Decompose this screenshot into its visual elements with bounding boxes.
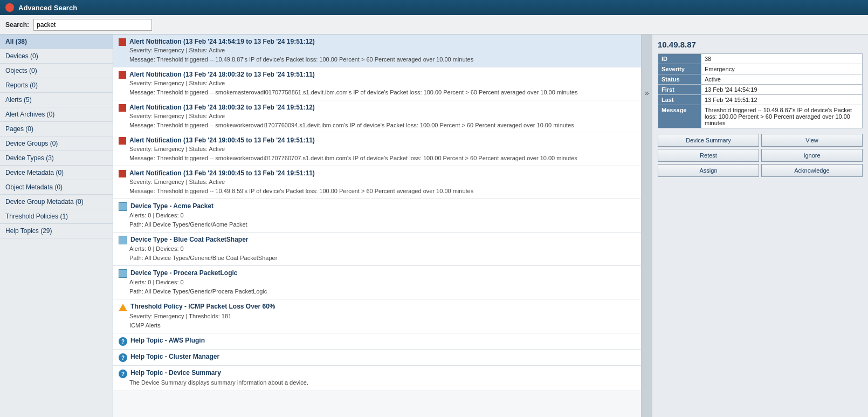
detail-table-row: Message Threshold triggered -- 10.49.8.8… [658,105,863,128]
detail-key: First [658,85,701,95]
detail-key: Last [658,95,701,105]
alert-icon [119,170,126,177]
result-item-header: ? Help Topic - AWS Plugin [119,337,636,346]
detail-key: ID [658,54,701,64]
result-item-header: Device Type - Acme Packet [119,202,636,211]
result-title: Help Topic - AWS Plugin [130,337,205,344]
help-icon: ? [119,370,127,378]
result-item[interactable]: Alert Notification (13 Feb '24 18:00:32 … [113,67,641,100]
threshold-icon [119,303,127,312]
sidebar-item-help-topics[interactable]: Help Topics (29) [0,224,113,238]
result-item-header: Alert Notification (13 Feb '24 19:00:45 … [119,169,636,177]
detail-btn-device-summary[interactable]: Device Summary [658,134,759,147]
result-sub1: Alerts: 0 | Devices: 0 [119,278,636,287]
search-bar: Search: [0,15,868,35]
detail-table-row: Severity Emergency [658,64,863,74]
detail-title: 10.49.8.87 [658,40,863,49]
result-item[interactable]: Device Type - Blue Coat PacketShaper Ale… [113,233,641,266]
result-item[interactable]: ? Help Topic - AWS Plugin [113,333,641,350]
result-item[interactable]: Device Type - Acme Packet Alerts: 0 | De… [113,199,641,233]
sidebar-item-device-types[interactable]: Device Types (3) [0,151,113,166]
sidebar-item-alert-archives[interactable]: Alert Archives (0) [0,107,113,122]
detail-btn-ignore[interactable]: Ignore [761,149,863,162]
detail-value: Threshold triggered -- 10.49.8.87's IP o… [701,105,863,128]
detail-table: ID 38 Severity Emergency Status Active F… [658,53,863,128]
result-item[interactable]: Alert Notification (13 Feb '24 19:00:45 … [113,133,641,166]
sidebar-item-alerts[interactable]: Alerts (5) [0,93,113,107]
sidebar-item-objects[interactable]: Objects (0) [0,64,113,78]
result-item-header: Threshold Policy - ICMP Packet Loss Over… [119,303,636,312]
sidebar-item-devices[interactable]: Devices (0) [0,49,113,64]
search-input[interactable] [33,19,152,31]
title-bar: Advanced Search [0,0,868,15]
result-title: Alert Notification (13 Feb '24 19:00:45 … [129,136,315,144]
result-sub1: Severity: Emergency | Status: Active [119,145,636,154]
result-sub2: Path: All Device Types/Generic/Acme Pack… [119,220,636,229]
sidebar-item-device-metadata[interactable]: Device Metadata (0) [0,166,113,180]
result-title: Help Topic - Cluster Manager [130,353,219,360]
result-item[interactable]: ? Help Topic - Device Summary The Device… [113,366,641,391]
results-pane: Alert Notification (13 Feb '24 14:54:19 … [113,35,642,417]
help-icon: ? [119,337,127,346]
detail-table-row: First 13 Feb '24 14:54:19 [658,85,863,95]
result-item[interactable]: ? Help Topic - Cluster Manager [113,350,641,366]
result-item[interactable]: Alert Notification (13 Feb '24 14:54:19 … [113,35,641,67]
result-item[interactable]: Device Type - Procera PacketLogic Alerts… [113,266,641,299]
result-item[interactable]: Alert Notification (13 Feb '24 18:00:32 … [113,100,641,133]
result-sub2: Message: Threshold triggered -- smokewor… [119,121,636,130]
result-item-header: Alert Notification (13 Feb '24 14:54:19 … [119,38,636,46]
sidebar-item-reports[interactable]: Reports (0) [0,78,113,93]
sidebar-item-all[interactable]: All (38) [0,35,113,49]
main-layout: All (38)Devices (0)Objects (0)Reports (0… [0,35,868,417]
detail-btn-assign[interactable]: Assign [658,164,759,177]
detail-pane: 10.49.8.87 ID 38 Severity Emergency Stat… [652,35,868,417]
sidebar-item-device-group-metadata[interactable]: Device Group Metadata (0) [0,195,113,209]
expand-arrow[interactable]: » [642,35,652,417]
sidebar-item-pages[interactable]: Pages (0) [0,122,113,136]
sidebar-item-threshold-policies[interactable]: Threshold Policies (1) [0,209,113,224]
result-item-header: ? Help Topic - Device Summary [119,369,636,378]
detail-value: 13 Feb '24 14:54:19 [701,85,863,95]
detail-buttons: Device SummaryViewRetestIgnoreAssignAckn… [658,134,863,177]
detail-value: 38 [701,54,863,64]
result-title: Help Topic - Device Summary [130,369,221,377]
detail-value: Active [701,74,863,85]
result-sub1: Severity: Emergency | Status: Active [119,112,636,121]
result-item-header: ? Help Topic - Cluster Manager [119,353,636,362]
result-title: Alert Notification (13 Feb '24 19:00:45 … [129,169,315,177]
sidebar-item-device-groups[interactable]: Device Groups (0) [0,136,113,151]
detail-key: Status [658,74,701,85]
alert-icon [119,104,126,112]
result-title: Device Type - Procera PacketLogic [130,269,238,277]
detail-key: Severity [658,64,701,74]
result-sub1: Severity: Emergency | Status: Active [119,79,636,88]
result-item-header: Device Type - Blue Coat PacketShaper [119,236,636,244]
alert-icon [119,38,126,46]
app-icon [5,3,14,12]
result-item[interactable]: Threshold Policy - ICMP Packet Loss Over… [113,299,641,333]
result-title: Threshold Policy - ICMP Packet Loss Over… [130,303,275,310]
device-type-icon [119,236,127,244]
detail-btn-retest[interactable]: Retest [658,149,759,162]
detail-btn-acknowledge[interactable]: Acknowledge [761,164,863,177]
detail-value: Emergency [701,64,863,74]
result-item[interactable]: Alert Notification (13 Feb '24 19:00:45 … [113,166,641,199]
result-item-header: Device Type - Procera PacketLogic [119,269,636,278]
result-sub1: Alerts: 0 | Devices: 0 [119,211,636,220]
result-title: Alert Notification (13 Feb '24 18:00:32 … [129,104,315,111]
search-label: Search: [5,21,29,29]
result-title: Device Type - Acme Packet [130,202,213,210]
result-sub2: Path: All Device Types/Generic/Procera P… [119,287,636,296]
result-title: Alert Notification (13 Feb '24 14:54:19 … [129,38,315,45]
result-title: Alert Notification (13 Feb '24 18:00:32 … [129,71,315,78]
result-sub1: Severity: Emergency | Thresholds: 181 [119,312,636,321]
help-icon: ? [119,353,127,362]
result-title: Device Type - Blue Coat PacketShaper [130,236,249,243]
detail-table-row: Last 13 Feb '24 19:51:12 [658,95,863,105]
detail-value: 13 Feb '24 19:51:12 [701,95,863,105]
sidebar-item-object-metadata[interactable]: Object Metadata (0) [0,180,113,195]
result-item-header: Alert Notification (13 Feb '24 18:00:32 … [119,104,636,112]
sidebar: All (38)Devices (0)Objects (0)Reports (0… [0,35,113,417]
detail-btn-view[interactable]: View [761,134,863,147]
result-sub1: Severity: Emergency | Status: Active [119,46,636,55]
